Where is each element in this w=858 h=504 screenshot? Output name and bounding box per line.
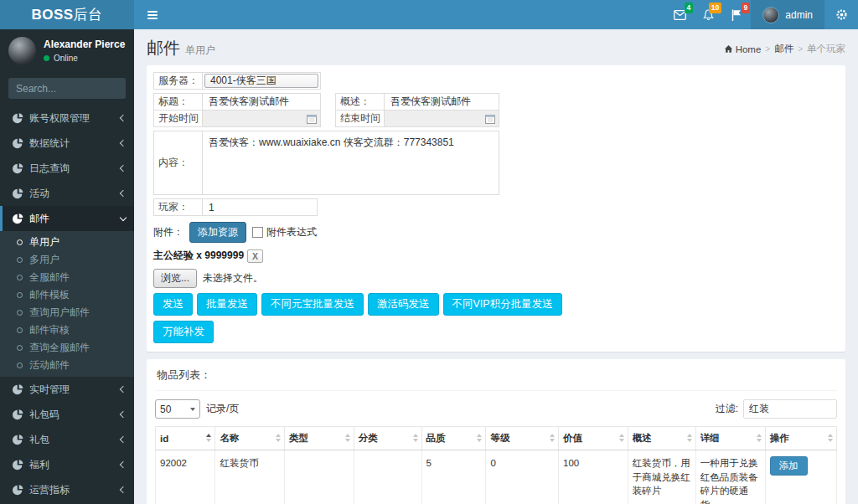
server-select[interactable]: 4001-侠客三国 xyxy=(204,74,318,88)
app-logo[interactable]: BOSS后台 xyxy=(0,0,134,29)
circle-icon xyxy=(17,292,23,298)
sidebar-menu: 账号权限管理 数据统计 日志查询 活动 邮件 单用户 多用户 xyxy=(0,105,134,504)
sidebar-item-label: 活动 xyxy=(29,187,49,201)
column-header-summary[interactable]: 概述 xyxy=(628,427,695,450)
pie-chart-icon xyxy=(13,113,23,124)
yuanbao-batch-send-button[interactable]: 不同元宝批量发送 xyxy=(261,293,364,316)
cell-level: 0 xyxy=(486,450,559,504)
column-header-level[interactable]: 等级 xyxy=(486,427,559,450)
summary-input[interactable] xyxy=(390,96,493,108)
column-header-action[interactable]: 操作 xyxy=(765,427,836,450)
navbar: 4 10 9 admin xyxy=(134,0,858,29)
player-input[interactable] xyxy=(209,202,311,213)
pie-chart-icon xyxy=(13,485,23,496)
start-time-label: 开始时间： xyxy=(154,111,203,126)
submenu-item-single-user[interactable]: 单用户 xyxy=(0,234,134,251)
cell-id: 92002 xyxy=(156,450,215,504)
submenu-item-mail-template[interactable]: 邮件模板 xyxy=(0,286,134,304)
attachment-label: 附件： xyxy=(153,225,183,239)
breadcrumb-section-label: 邮件 xyxy=(774,43,793,55)
sidebar-item-log-query[interactable]: 日志查询 xyxy=(0,156,134,181)
title-input[interactable] xyxy=(209,96,314,108)
navbar-right: 4 10 9 admin xyxy=(665,0,858,29)
submenu-item-label: 全服邮件 xyxy=(29,270,70,285)
cell-type xyxy=(285,450,354,504)
sidebar-item-mail[interactable]: 邮件 xyxy=(0,206,134,231)
sidebar-item-account-permissions[interactable]: 账号权限管理 xyxy=(0,105,134,131)
sidebar-item-gift-code[interactable]: 礼包码 xyxy=(0,402,134,427)
filter-input[interactable] xyxy=(743,399,837,419)
table-toolbar: 50 记录/页 过滤: xyxy=(155,399,837,419)
attachment-expression-checkbox[interactable] xyxy=(252,227,263,238)
sidebar-item-label: 日志查询 xyxy=(29,162,70,176)
submenu-item-activity-mail[interactable]: 活动邮件 xyxy=(0,357,134,374)
page-size-value: 50 xyxy=(160,404,171,415)
sidebar-item-label: 运营指标 xyxy=(29,483,70,497)
sort-icon xyxy=(550,434,555,442)
activation-code-send-button[interactable]: 激活码发送 xyxy=(368,293,439,316)
breadcrumb-section-link[interactable]: 邮件 xyxy=(774,43,793,55)
main-content: 邮件单用户 Home > 邮件 > 单个玩家 服务器： 4001-侠客三国 xyxy=(134,29,858,504)
content-row: 内容： 吾爱侠客：www.wuaixiake.cn 侠客交流群：77734385… xyxy=(153,131,499,195)
submenu-item-mail-review[interactable]: 邮件审核 xyxy=(0,321,134,339)
sidebar-item-gift-pack[interactable]: 礼包 xyxy=(0,427,134,452)
sidebar-toggle-button[interactable] xyxy=(134,0,171,29)
page-size-label: 记录/页 xyxy=(206,402,239,416)
circle-icon xyxy=(17,239,23,245)
sort-icon xyxy=(828,434,833,442)
universal-resend-button[interactable]: 万能补发 xyxy=(153,321,214,343)
submenu-item-all-server-mail[interactable]: 全服邮件 xyxy=(0,269,134,286)
submenu-item-multi-user[interactable]: 多用户 xyxy=(0,251,134,269)
notifications-menu[interactable]: 10 xyxy=(694,0,722,29)
breadcrumb-home-label: Home xyxy=(736,44,762,54)
sidebar-search-input[interactable] xyxy=(8,78,126,99)
server-selected-value: 4001-侠客三国 xyxy=(210,74,277,88)
user-status[interactable]: Online xyxy=(44,54,125,63)
remove-attachment-button[interactable]: X xyxy=(247,249,263,263)
sidebar-item-label: 礼包码 xyxy=(29,408,59,422)
column-header-type[interactable]: 类型 xyxy=(285,427,354,450)
sidebar-item-welfare[interactable]: 福利 xyxy=(0,452,134,477)
table-header-row: id 名称 类型 分类 品质 等级 价值 概述 详细 操作 xyxy=(156,427,837,450)
tasks-menu[interactable]: 9 xyxy=(722,0,751,29)
breadcrumb-home-link[interactable]: Home xyxy=(724,44,762,54)
column-header-id[interactable]: id xyxy=(156,427,215,450)
column-header-category[interactable]: 分类 xyxy=(354,427,421,450)
start-time-input[interactable] xyxy=(203,111,320,126)
batch-send-button[interactable]: 批量发送 xyxy=(197,293,257,316)
circle-icon xyxy=(17,345,23,351)
submenu-item-label: 邮件审核 xyxy=(29,323,70,337)
column-header-detail[interactable]: 详细 xyxy=(695,427,765,450)
item-list-box: 物品列表： 50 记录/页 过滤: id 名称 类型 xyxy=(147,359,845,504)
submenu-item-query-all-server-mail[interactable]: 查询全服邮件 xyxy=(0,339,134,357)
submenu-item-query-user-mail[interactable]: 查询用户邮件 xyxy=(0,304,134,321)
submenu-item-label: 查询全服邮件 xyxy=(29,341,90,355)
sidebar-user-avatar xyxy=(8,37,36,64)
column-header-quality[interactable]: 品质 xyxy=(421,427,486,450)
submenu-item-label: 多用户 xyxy=(29,253,59,267)
content-textarea[interactable]: 吾爱侠客：www.wuaixiake.cn 侠客交流群：777343851 xyxy=(203,131,499,194)
page-subtitle: 单用户 xyxy=(185,44,215,56)
column-header-name[interactable]: 名称 xyxy=(215,427,285,450)
end-time-input[interactable] xyxy=(385,111,499,126)
column-header-value[interactable]: 价值 xyxy=(559,427,628,450)
content-header: 邮件单用户 Home > 邮件 > 单个玩家 xyxy=(134,29,858,65)
sort-icon xyxy=(477,434,482,442)
browse-file-button[interactable]: 浏览... xyxy=(153,269,197,288)
send-button[interactable]: 发送 xyxy=(153,293,193,316)
vip-points-batch-send-button[interactable]: 不同VIP积分批量发送 xyxy=(443,293,562,316)
control-sidebar-toggle[interactable] xyxy=(824,0,858,29)
player-label: 玩家： xyxy=(154,199,203,215)
add-resource-button[interactable]: 添加资源 xyxy=(189,222,246,243)
start-time-row: 开始时间： xyxy=(153,110,321,127)
add-item-button[interactable]: 添加 xyxy=(770,456,808,476)
user-menu[interactable]: admin xyxy=(751,0,824,29)
page-size-select[interactable]: 50 xyxy=(155,399,200,419)
messages-menu[interactable]: 4 xyxy=(665,0,694,29)
sidebar-item-operation-metrics[interactable]: 运营指标 xyxy=(0,477,134,502)
sidebar-item-label: 礼包 xyxy=(29,433,49,447)
sidebar-item-activities[interactable]: 活动 xyxy=(0,181,134,206)
sidebar-item-data-statistics[interactable]: 数据统计 xyxy=(0,131,134,156)
chevron-down-icon xyxy=(190,408,195,411)
sidebar-item-realtime-management[interactable]: 实时管理 xyxy=(0,377,134,402)
